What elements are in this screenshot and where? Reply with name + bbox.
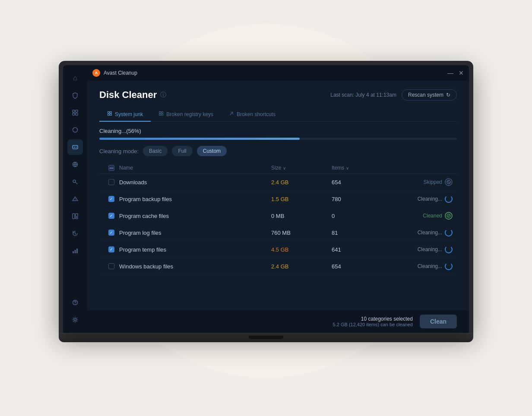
sidebar-item-circle[interactable] (67, 122, 83, 138)
system-junk-tab-icon (107, 111, 112, 117)
program-backup-checkbox[interactable]: ✓ (108, 196, 114, 202)
windows-backup-checkbox[interactable] (108, 263, 114, 269)
sidebar-item-globe[interactable] (67, 157, 83, 172)
footer-categories: 10 categories selected (256, 316, 413, 322)
progress-bar (99, 138, 457, 140)
program-backup-status: Cleaning... (392, 195, 453, 203)
sidebar-item-layers[interactable] (67, 105, 83, 120)
program-temp-row: ✓ Program temp files 4.5 GB 641 Cleaning… (99, 241, 457, 258)
clean-button[interactable]: Clean (420, 315, 457, 328)
rescan-label: Rescan system (408, 92, 443, 98)
minimize-button[interactable]: — (447, 70, 453, 76)
footer-info: 10 categories selected 5.2 GB (12,420 it… (256, 316, 413, 327)
svg-rect-12 (73, 214, 75, 219)
program-cache-status-icon (445, 212, 453, 220)
svg-line-30 (448, 181, 450, 183)
laptop-body: ⌂ (59, 61, 473, 333)
sidebar-item-help[interactable] (67, 295, 83, 310)
header-row: Disk Cleaner ⓘ Last scan: July 4 at 11:1… (99, 89, 457, 101)
sidebar-item-history[interactable] (67, 226, 83, 241)
svg-rect-2 (73, 113, 75, 115)
svg-rect-21 (108, 112, 110, 113)
downloads-size: 2.4 GB (271, 179, 332, 186)
rescan-button[interactable]: Rescan system ↻ (402, 89, 457, 101)
svg-rect-26 (162, 112, 163, 113)
laptop-base (59, 333, 473, 342)
svg-point-11 (75, 200, 76, 200)
windows-backup-status: Cleaning... (392, 262, 453, 270)
program-backup-items: 780 (332, 196, 392, 202)
progress-bar-fill (99, 138, 300, 140)
program-cache-items: 0 (332, 213, 392, 219)
windows-backup-size: 2.4 GB (271, 263, 332, 270)
full-mode-btn[interactable]: Full (172, 146, 192, 156)
avast-logo: A (92, 69, 100, 77)
program-log-checkbox[interactable]: ✓ (108, 230, 114, 236)
program-backup-row: ✓ Program backup files 1.5 GB 780 Cleani… (99, 191, 457, 208)
program-log-status: Cleaning... (392, 229, 453, 236)
program-log-name: Program log files (119, 230, 271, 236)
svg-rect-15 (73, 251, 74, 253)
program-temp-status: Cleaning... (392, 246, 453, 253)
sidebar: ⌂ (63, 65, 87, 333)
size-sort-icon: ∨ (283, 166, 286, 170)
downloads-checkbox[interactable] (108, 179, 114, 185)
program-temp-checkbox[interactable]: ✓ (108, 246, 114, 252)
svg-rect-1 (76, 110, 78, 112)
size-header[interactable]: Size ∨ (271, 165, 332, 171)
program-log-items: 81 (332, 230, 392, 236)
cleaning-mode-label: Cleaning mode: (99, 148, 139, 154)
downloads-status: Skipped (392, 178, 453, 186)
program-backup-name: Program backup files (119, 196, 271, 202)
rescan-icon: ↻ (446, 92, 450, 98)
items-sort-icon: ∨ (346, 166, 349, 170)
last-scan-text: Last scan: July 4 at 11:13am (330, 92, 396, 98)
program-cache-checkbox[interactable]: ✓ (108, 213, 114, 219)
sidebar-item-gear[interactable] (67, 312, 83, 328)
custom-mode-btn[interactable]: Custom (197, 146, 227, 156)
program-cache-size: 0 MB (271, 213, 332, 219)
program-cache-name: Program cache files (119, 213, 271, 219)
svg-rect-27 (159, 114, 161, 116)
sidebar-item-chart[interactable] (67, 243, 83, 258)
sidebar-item-disk-cleaner[interactable] (67, 139, 83, 155)
table-container: — Name Size ∨ (99, 162, 457, 310)
program-temp-items: 641 (332, 246, 392, 253)
app-content: Disk Cleaner ⓘ Last scan: July 4 at 11:1… (87, 81, 469, 310)
system-junk-tab[interactable]: System junk (99, 107, 151, 122)
svg-point-20 (74, 319, 76, 321)
program-backup-size: 1.5 GB (271, 196, 332, 202)
items-header[interactable]: Items ∨ (332, 165, 392, 171)
program-backup-status-icon (445, 195, 453, 203)
sidebar-item-home[interactable]: ⌂ (67, 70, 83, 86)
program-log-row: ✓ Program log files 760 MB 81 Cleaning..… (99, 224, 457, 241)
svg-point-19 (75, 303, 76, 304)
sidebar-item-alert[interactable] (67, 191, 83, 207)
broken-shortcuts-tab[interactable]: Broken shortcuts (221, 107, 283, 122)
program-log-size: 760 MB (271, 230, 332, 236)
titlebar-title: Avast Cleanup (104, 70, 137, 76)
select-all-checkbox[interactable]: — (108, 165, 114, 171)
name-header: Name (119, 165, 271, 171)
svg-rect-23 (108, 114, 110, 116)
broken-registry-tab[interactable]: Broken registry keys (151, 107, 221, 122)
svg-point-6 (76, 147, 77, 148)
window-controls: — ✕ (447, 70, 464, 76)
program-cache-row: ✓ Program cache files 0 MB 0 Cleaned (99, 208, 457, 224)
windows-backup-status-icon (445, 262, 453, 270)
close-button[interactable]: ✕ (459, 70, 464, 76)
svg-point-4 (73, 128, 78, 132)
svg-rect-13 (76, 214, 78, 217)
broken-shortcuts-tab-icon (229, 111, 234, 117)
svg-rect-16 (75, 250, 76, 253)
info-icon[interactable]: ⓘ (160, 91, 166, 99)
sidebar-item-shield[interactable] (67, 88, 83, 103)
downloads-name: Downloads (119, 179, 271, 186)
sidebar-item-key[interactable] (67, 174, 83, 189)
sidebar-item-grid[interactable] (67, 208, 83, 224)
laptop-notch (249, 336, 283, 339)
program-temp-size: 4.5 GB (271, 246, 332, 253)
downloads-items: 654 (332, 179, 392, 186)
program-log-status-icon (445, 229, 453, 236)
basic-mode-btn[interactable]: Basic (143, 146, 168, 156)
